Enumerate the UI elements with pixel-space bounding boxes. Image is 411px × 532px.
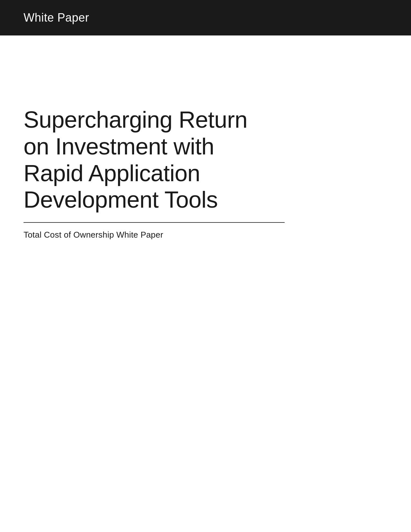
header-label: White Paper <box>24 11 89 25</box>
content-area: Supercharging Return on Investment with … <box>0 35 290 259</box>
page-subtitle: Total Cost of Ownership White Paper <box>24 230 267 240</box>
title-divider <box>24 222 285 223</box>
header-bar: White Paper <box>0 0 411 35</box>
page-title: Supercharging Return on Investment with … <box>24 106 267 213</box>
